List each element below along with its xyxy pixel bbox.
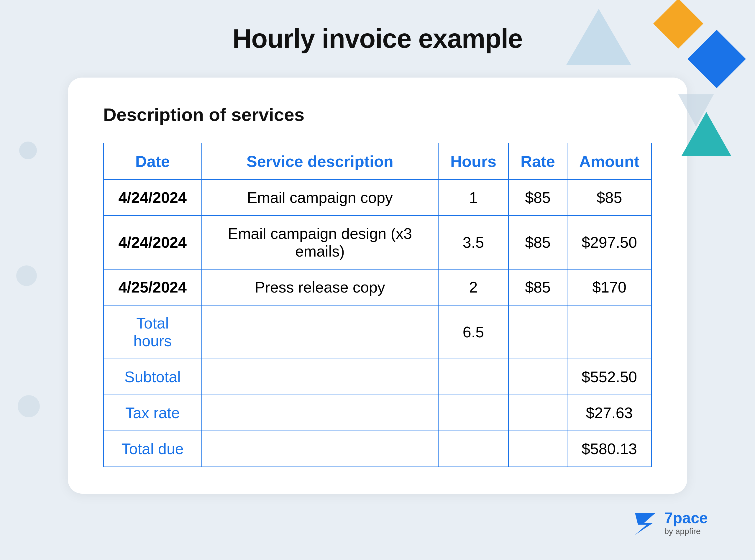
logo-area: 7pace by appfire <box>632 510 708 536</box>
row3-rate: $85 <box>509 269 567 305</box>
tax-rate-value: $27.63 <box>567 395 652 431</box>
row2-rate: $85 <box>509 216 567 269</box>
total-hours-desc-empty <box>202 305 438 359</box>
total-due-row: Total due $580.13 <box>103 431 652 467</box>
deco-diamond-orange <box>653 0 703 49</box>
subtotal-rate-empty <box>509 359 567 395</box>
svg-marker-0 <box>635 513 656 535</box>
row1-date: 4/24/2024 <box>103 180 202 216</box>
table-row: 4/24/2024 Email campaign design (x3 emai… <box>103 216 652 269</box>
col-header-rate: Rate <box>509 143 567 180</box>
tax-rate-label: Tax rate <box>103 395 202 431</box>
row2-date: 4/24/2024 <box>103 216 202 269</box>
tax-rate-desc-empty <box>202 395 438 431</box>
total-due-hours-empty <box>438 431 509 467</box>
row3-amount: $170 <box>567 269 652 305</box>
invoice-card: Description of services Date Service des… <box>68 78 687 494</box>
logo-name: 7pace <box>664 510 708 525</box>
tax-rate-row: Tax rate $27.63 <box>103 395 652 431</box>
row3-description: Press release copy <box>202 269 438 305</box>
total-hours-label: Total hours <box>103 305 202 359</box>
total-hours-amount-empty <box>567 305 652 359</box>
table-header-row: Date Service description Hours Rate Amou… <box>103 143 652 180</box>
row3-hours: 2 <box>438 269 509 305</box>
deco-circle-left-mid <box>16 265 37 286</box>
page-wrapper: Hourly invoice example Description of se… <box>0 0 755 560</box>
section-title: Description of services <box>103 104 652 125</box>
row2-amount: $297.50 <box>567 216 652 269</box>
total-hours-rate-empty <box>509 305 567 359</box>
table-row: 4/24/2024 Email campaign copy 1 $85 $85 <box>103 180 652 216</box>
subtotal-hours-empty <box>438 359 509 395</box>
deco-triangle-teal <box>681 112 731 156</box>
row1-rate: $85 <box>509 180 567 216</box>
total-hours-row: Total hours 6.5 <box>103 305 652 359</box>
deco-circle-left-bot <box>18 395 40 417</box>
row1-hours: 1 <box>438 180 509 216</box>
subtotal-desc-empty <box>202 359 438 395</box>
deco-triangle-blue-light <box>566 9 631 65</box>
row2-description: Email campaign design (x3 emails) <box>202 216 438 269</box>
deco-circle-left-top <box>19 142 37 159</box>
row3-date: 4/25/2024 <box>103 269 202 305</box>
page-title: Hourly invoice example <box>232 24 522 54</box>
total-due-value: $580.13 <box>567 431 652 467</box>
row1-description: Email campaign copy <box>202 180 438 216</box>
tax-rate-rate-empty <box>509 395 567 431</box>
total-hours-value: 6.5 <box>438 305 509 359</box>
table-row: 4/25/2024 Press release copy 2 $85 $170 <box>103 269 652 305</box>
total-due-rate-empty <box>509 431 567 467</box>
deco-diamond-blue <box>688 30 746 88</box>
col-header-hours: Hours <box>438 143 509 180</box>
col-header-service: Service description <box>202 143 438 180</box>
col-header-date: Date <box>103 143 202 180</box>
subtotal-value: $552.50 <box>567 359 652 395</box>
total-due-desc-empty <box>202 431 438 467</box>
logo-text: 7pace by appfire <box>664 510 708 536</box>
subtotal-label: Subtotal <box>103 359 202 395</box>
col-header-amount: Amount <box>567 143 652 180</box>
sevenpace-logo-icon <box>632 510 659 536</box>
subtotal-row: Subtotal $552.50 <box>103 359 652 395</box>
total-due-label: Total due <box>103 431 202 467</box>
row2-hours: 3.5 <box>438 216 509 269</box>
invoice-table: Date Service description Hours Rate Amou… <box>103 143 652 467</box>
logo-sub: by appfire <box>664 527 708 536</box>
row1-amount: $85 <box>567 180 652 216</box>
tax-rate-hours-empty <box>438 395 509 431</box>
